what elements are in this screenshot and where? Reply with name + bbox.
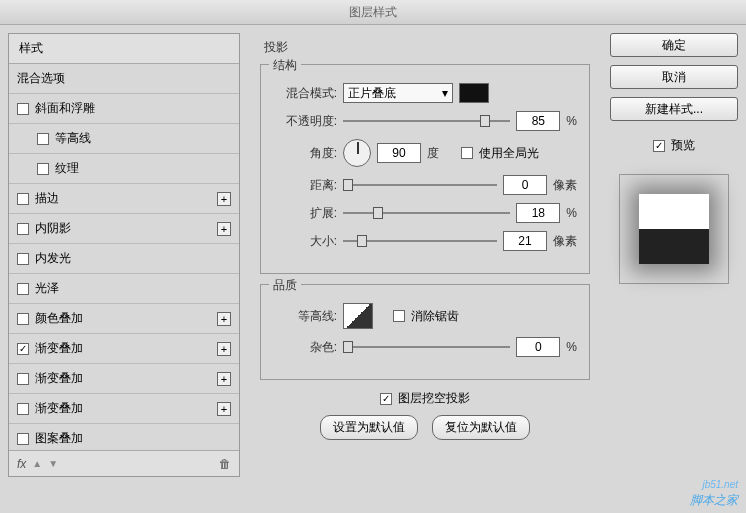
blend-mode-label: 混合模式: — [273, 85, 337, 102]
style-label: 渐变叠加 — [35, 370, 83, 387]
opacity-label: 不透明度: — [273, 113, 337, 130]
distance-input[interactable]: 0 — [503, 175, 547, 195]
angle-input[interactable]: 90 — [377, 143, 421, 163]
style-item[interactable]: 内发光 — [9, 244, 239, 274]
color-swatch[interactable] — [459, 83, 489, 103]
spread-input[interactable]: 18 — [516, 203, 560, 223]
style-label: 渐变叠加 — [35, 340, 83, 357]
style-checkbox[interactable]: ✓ — [17, 343, 29, 355]
styles-header[interactable]: 样式 — [9, 34, 239, 64]
style-item[interactable]: 渐变叠加+ — [9, 394, 239, 424]
global-light-checkbox[interactable] — [461, 147, 473, 159]
noise-input[interactable]: 0 — [516, 337, 560, 357]
style-item[interactable]: ✓渐变叠加+ — [9, 334, 239, 364]
style-item[interactable]: 光泽 — [9, 274, 239, 304]
preview-checkbox[interactable]: ✓ — [653, 140, 665, 152]
style-checkbox[interactable] — [17, 283, 29, 295]
style-label: 斜面和浮雕 — [35, 100, 95, 117]
style-checkbox[interactable] — [17, 313, 29, 325]
style-item[interactable]: 纹理 — [9, 154, 239, 184]
add-icon[interactable]: + — [217, 402, 231, 416]
preview-thumb — [639, 194, 709, 264]
size-slider[interactable] — [343, 233, 497, 249]
quality-group: 品质 等高线: 消除锯齿 杂色: 0 % — [260, 284, 590, 380]
add-icon[interactable]: + — [217, 312, 231, 326]
spread-label: 扩展: — [273, 205, 337, 222]
style-item[interactable]: 描边+ — [9, 184, 239, 214]
reset-default-button[interactable]: 复位为默认值 — [432, 415, 530, 440]
style-label: 渐变叠加 — [35, 400, 83, 417]
quality-legend: 品质 — [269, 277, 301, 294]
opacity-input[interactable]: 85 — [516, 111, 560, 131]
size-input[interactable]: 21 — [503, 231, 547, 251]
style-label: 光泽 — [35, 280, 59, 297]
styles-list: 斜面和浮雕等高线纹理描边+内阴影+内发光光泽颜色叠加+✓渐变叠加+渐变叠加+渐变… — [9, 94, 239, 450]
spread-slider[interactable] — [343, 205, 510, 221]
window-title: 图层样式 — [349, 4, 397, 21]
ok-button[interactable]: 确定 — [610, 33, 738, 57]
up-arrow-icon[interactable]: ▲ — [32, 458, 42, 469]
trash-icon[interactable]: 🗑 — [219, 457, 231, 471]
style-item[interactable]: 图案叠加 — [9, 424, 239, 450]
style-item[interactable]: 内阴影+ — [9, 214, 239, 244]
panel-title: 投影 — [260, 37, 590, 64]
style-label: 内发光 — [35, 250, 71, 267]
style-label: 内阴影 — [35, 220, 71, 237]
add-icon[interactable]: + — [217, 372, 231, 386]
center-panel: 投影 结构 混合模式: 正片叠底▾ 不透明度: 85 % 角度: 90 度 — [248, 33, 602, 477]
style-checkbox[interactable] — [37, 163, 49, 175]
noise-slider[interactable] — [343, 339, 510, 355]
cancel-button[interactable]: 取消 — [610, 65, 738, 89]
style-item[interactable]: 等高线 — [9, 124, 239, 154]
style-item[interactable]: 渐变叠加+ — [9, 364, 239, 394]
style-checkbox[interactable] — [17, 403, 29, 415]
style-checkbox[interactable] — [17, 253, 29, 265]
opacity-slider[interactable] — [343, 113, 510, 129]
distance-label: 距离: — [273, 177, 337, 194]
antialias-checkbox[interactable] — [393, 310, 405, 322]
watermark: jb51.net 脚本之家 — [690, 479, 738, 509]
titlebar: 图层样式 — [0, 0, 746, 25]
chevron-down-icon: ▾ — [442, 86, 448, 100]
style-checkbox[interactable] — [17, 223, 29, 235]
style-label: 描边 — [35, 190, 59, 207]
contour-label: 等高线: — [273, 308, 337, 325]
style-checkbox[interactable] — [37, 133, 49, 145]
blend-mode-select[interactable]: 正片叠底▾ — [343, 83, 453, 103]
style-checkbox[interactable] — [17, 373, 29, 385]
add-icon[interactable]: + — [217, 222, 231, 236]
add-icon[interactable]: + — [217, 192, 231, 206]
structure-group: 结构 混合模式: 正片叠底▾ 不透明度: 85 % 角度: 90 度 使用全局光 — [260, 64, 590, 274]
style-label: 等高线 — [55, 130, 91, 147]
right-panel: 确定 取消 新建样式... ✓ 预览 — [610, 33, 738, 477]
angle-dial[interactable] — [343, 139, 371, 167]
preview-box — [619, 174, 729, 284]
knockout-checkbox[interactable]: ✓ — [380, 393, 392, 405]
style-checkbox[interactable] — [17, 433, 29, 445]
structure-legend: 结构 — [269, 57, 301, 74]
noise-label: 杂色: — [273, 339, 337, 356]
contour-picker[interactable] — [343, 303, 373, 329]
new-style-button[interactable]: 新建样式... — [610, 97, 738, 121]
style-item[interactable]: 颜色叠加+ — [9, 304, 239, 334]
add-icon[interactable]: + — [217, 342, 231, 356]
angle-label: 角度: — [273, 145, 337, 162]
style-label: 颜色叠加 — [35, 310, 83, 327]
global-light-label: 使用全局光 — [479, 145, 539, 162]
size-label: 大小: — [273, 233, 337, 250]
main-area: 样式 混合选项 斜面和浮雕等高线纹理描边+内阴影+内发光光泽颜色叠加+✓渐变叠加… — [0, 25, 746, 485]
knockout-label: 图层挖空投影 — [398, 390, 470, 407]
blend-options[interactable]: 混合选项 — [9, 64, 239, 94]
style-item[interactable]: 斜面和浮雕 — [9, 94, 239, 124]
styles-footer: fx ▲ ▼ 🗑 — [9, 450, 239, 476]
antialias-label: 消除锯齿 — [411, 308, 459, 325]
styles-panel: 样式 混合选项 斜面和浮雕等高线纹理描边+内阴影+内发光光泽颜色叠加+✓渐变叠加… — [8, 33, 240, 477]
make-default-button[interactable]: 设置为默认值 — [320, 415, 418, 440]
fx-button[interactable]: fx — [17, 457, 26, 471]
style-checkbox[interactable] — [17, 103, 29, 115]
distance-slider[interactable] — [343, 177, 497, 193]
style-label: 纹理 — [55, 160, 79, 177]
style-checkbox[interactable] — [17, 193, 29, 205]
down-arrow-icon[interactable]: ▼ — [48, 458, 58, 469]
style-label: 图案叠加 — [35, 430, 83, 447]
